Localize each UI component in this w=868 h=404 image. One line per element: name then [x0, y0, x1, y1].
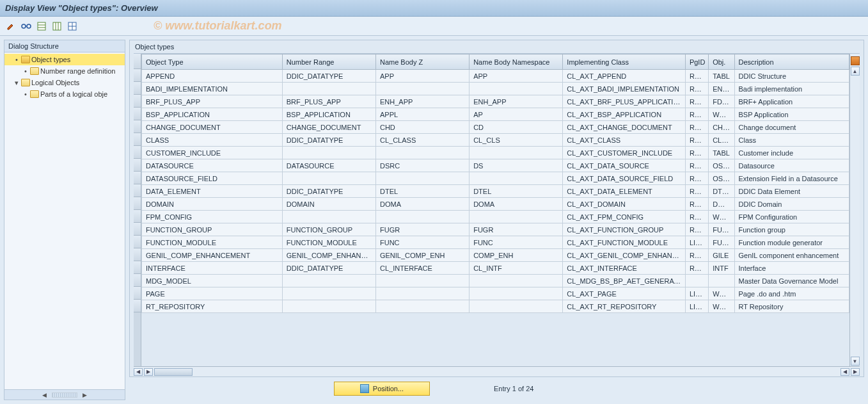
cell-obj[interactable]: WAPP — [709, 300, 734, 313]
cell-body_ns[interactable]: DS — [470, 159, 563, 172]
cell-descr[interactable]: DDIC Structure — [734, 70, 849, 83]
cell-body_z[interactable] — [375, 275, 469, 287]
cell-impl_class[interactable]: CL_AXT_DOMAIN — [563, 198, 686, 211]
sidebar-hscroll[interactable]: ◀ ▶ — [4, 389, 125, 400]
table-settings-icon[interactable] — [851, 56, 860, 65]
cell-obj[interactable]: FDT0 — [709, 95, 734, 108]
table-row[interactable]: APPENDDDIC_DATATYPEAPPAPPCL_AXT_APPENDR3… — [142, 70, 849, 83]
cell-num_range[interactable] — [282, 300, 375, 313]
cell-obj_type[interactable]: CLASS — [142, 134, 283, 147]
cell-num_range[interactable]: DOMAIN — [282, 198, 375, 211]
row-selector[interactable] — [134, 69, 141, 82]
cell-impl_class[interactable]: CL_AXT_CLASS — [563, 134, 686, 147]
cell-body_ns[interactable]: DTEL — [470, 185, 563, 198]
tree-item[interactable]: ▾Logical Objects — [4, 77, 125, 88]
cell-obj_type[interactable]: CUSTOMER_INCLUDE — [142, 147, 283, 159]
cell-impl_class[interactable]: CL_AXT_GENIL_COMP_ENHANCEMENT — [563, 249, 686, 262]
tool-glasses-icon[interactable] — [20, 20, 32, 32]
cell-obj_type[interactable]: BADI_IMPLEMENTATION — [142, 83, 283, 95]
cell-impl_class[interactable]: CL_AXT_BRF_PLUS_APPLICATION — [563, 95, 686, 108]
cell-descr[interactable]: DDIC Data Element — [734, 185, 849, 198]
cell-descr[interactable]: GenIL component enhancement — [734, 249, 849, 262]
cell-body_z[interactable]: APPL — [375, 108, 469, 121]
cell-impl_class[interactable]: CL_AXT_INTERFACE — [563, 262, 686, 275]
cell-obj[interactable]: INTF — [709, 262, 734, 275]
tool-table1-icon[interactable] — [36, 20, 47, 32]
cell-obj[interactable]: DOMA — [709, 198, 734, 211]
row-selector[interactable] — [134, 133, 141, 146]
cell-obj[interactable]: ENHO — [709, 83, 734, 95]
cell-body_z[interactable]: CL_CLASS — [375, 134, 469, 147]
twisty-icon[interactable]: • — [22, 90, 29, 98]
cell-descr[interactable]: Change document — [734, 121, 849, 134]
cell-descr[interactable]: Extension Field in a Datasource — [734, 172, 849, 185]
cell-num_range[interactable]: DDIC_DATATYPE — [282, 134, 375, 147]
hscroll-right2-icon[interactable]: ▶ — [851, 368, 860, 376]
cell-body_z[interactable]: DSRC — [375, 159, 469, 172]
cell-pgid[interactable]: R3TR — [685, 108, 708, 121]
cell-impl_class[interactable]: CL_AXT_DATA_ELEMENT — [563, 185, 686, 198]
cell-descr[interactable]: Customer include — [734, 147, 849, 159]
cell-pgid[interactable]: R3TR — [685, 95, 708, 108]
cell-impl_class[interactable]: CL_AXT_FPM_CONFIG — [563, 211, 686, 223]
cell-pgid[interactable]: R3TR — [685, 70, 708, 83]
cell-obj[interactable]: CLAS — [709, 134, 734, 147]
cell-body_z[interactable]: CL_INTERFACE — [375, 262, 469, 275]
cell-obj_type[interactable]: DATASOURCE_FIELD — [142, 172, 283, 185]
row-selector[interactable] — [134, 248, 141, 261]
cell-body_z[interactable]: GENIL_COMP_ENH — [375, 249, 469, 262]
cell-obj_type[interactable]: FUNCTION_MODULE — [142, 236, 283, 249]
row-selector[interactable] — [134, 300, 141, 312]
cell-num_range[interactable]: DDIC_DATATYPE — [282, 262, 375, 275]
row-selector[interactable] — [134, 274, 141, 287]
cell-body_z[interactable] — [375, 83, 469, 95]
cell-descr[interactable]: RT Repository — [734, 300, 849, 313]
cell-body_z[interactable]: APP — [375, 70, 469, 83]
cell-obj[interactable]: OSOA — [709, 159, 734, 172]
cell-impl_class[interactable]: CL_AXT_CHANGE_DOCUMENT — [563, 121, 686, 134]
cell-body_z[interactable] — [375, 300, 469, 313]
cell-num_range[interactable]: FUNCTION_GROUP — [282, 223, 375, 236]
scroll-down-icon[interactable]: ▼ — [851, 357, 860, 366]
table-row[interactable]: DATASOURCEDATASOURCEDSRCDSCL_AXT_DATA_SO… — [142, 159, 849, 172]
row-selector[interactable] — [134, 184, 141, 197]
cell-num_range[interactable]: DATASOURCE — [282, 159, 375, 172]
table-row[interactable]: BADI_IMPLEMENTATIONCL_AXT_BADI_IMPLEMENT… — [142, 83, 849, 95]
cell-num_range[interactable] — [282, 275, 375, 287]
cell-impl_class[interactable]: CL_MDG_BS_BP_AET_GENERATOR — [563, 275, 686, 287]
cell-obj[interactable]: WDCC — [709, 211, 734, 223]
cell-descr[interactable]: DDIC Domain — [734, 198, 849, 211]
row-selector[interactable] — [134, 146, 141, 159]
cell-body_ns[interactable] — [470, 83, 563, 95]
cell-descr[interactable]: Master Data Governance Model — [734, 275, 849, 287]
cell-obj_type[interactable]: INTERFACE — [142, 262, 283, 275]
cell-body_ns[interactable] — [470, 172, 563, 185]
row-selector[interactable] — [134, 223, 141, 236]
table-row[interactable]: MDG_MODELCL_MDG_BS_BP_AET_GENERATORMaste… — [142, 275, 849, 287]
cell-impl_class[interactable]: CL_AXT_BADI_IMPLEMENTATION — [563, 83, 686, 95]
cell-body_ns[interactable]: COMP_ENH — [470, 249, 563, 262]
col-num_range[interactable]: Number Range — [282, 54, 375, 70]
cell-body_ns[interactable]: ENH_APP — [470, 95, 563, 108]
cell-body_ns[interactable] — [470, 211, 563, 223]
cell-obj_type[interactable]: BRF_PLUS_APP — [142, 95, 283, 108]
cell-descr[interactable]: Datasource — [734, 159, 849, 172]
cell-pgid[interactable]: R3TR — [685, 249, 708, 262]
cell-obj[interactable] — [709, 275, 734, 287]
table-row[interactable]: DATA_ELEMENTDDIC_DATATYPEDTELDTELCL_AXT_… — [142, 185, 849, 198]
cell-obj_type[interactable]: APPEND — [142, 70, 283, 83]
cell-body_ns[interactable]: CD — [470, 121, 563, 134]
cell-body_ns[interactable] — [470, 147, 563, 159]
cell-impl_class[interactable]: CL_AXT_PAGE — [563, 287, 686, 300]
row-selector[interactable] — [134, 82, 141, 95]
table-row[interactable]: DOMAINDOMAINDOMADOMACL_AXT_DOMAINR3TRDOM… — [142, 198, 849, 211]
col-impl_class[interactable]: Implementing Class — [563, 54, 686, 70]
table-row[interactable]: INTERFACEDDIC_DATATYPECL_INTERFACECL_INT… — [142, 262, 849, 275]
cell-descr[interactable]: BRF+ Application — [734, 95, 849, 108]
cell-num_range[interactable] — [282, 83, 375, 95]
table-vscroll[interactable]: ▲ ▼ — [849, 54, 860, 366]
table-row[interactable]: BSP_APPLICATIONBSP_APPLICATIONAPPLAPCL_A… — [142, 108, 849, 121]
cell-impl_class[interactable]: CL_AXT_APPEND — [563, 70, 686, 83]
col-pgid[interactable]: PgID — [685, 54, 708, 70]
cell-impl_class[interactable]: CL_AXT_BSP_APPLICATION — [563, 108, 686, 121]
